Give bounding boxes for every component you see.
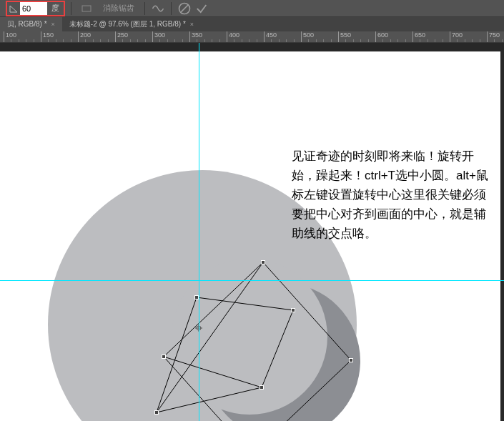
warp-mode-icon[interactable] xyxy=(151,1,165,16)
angle-icon xyxy=(9,4,19,14)
antialias-checkbox[interactable]: 消除锯齿 xyxy=(99,1,139,16)
close-icon[interactable]: × xyxy=(51,21,55,28)
transform-handle[interactable] xyxy=(291,308,295,312)
option-bar: 度 消除锯齿 xyxy=(0,0,504,17)
tab-label: 未标题-2 @ 97.6% (图层 1, RGB/8) * xyxy=(69,19,186,29)
divider xyxy=(144,2,145,15)
canvas[interactable]: 见证奇迹的时刻即将来临！旋转开始，躁起来！ctrl+T选中小圆。alt+鼠标左键… xyxy=(0,51,500,421)
instruction-text: 见证奇迹的时刻即将来临！旋转开始，躁起来！ctrl+T选中小圆。alt+鼠标左键… xyxy=(292,147,492,243)
crescent-cutout xyxy=(172,259,327,415)
horizontal-guide[interactable] xyxy=(0,280,504,281)
document-tab[interactable]: 未标题-2 @ 97.6% (图层 1, RGB/8) * × xyxy=(62,17,201,31)
document-tab[interactable]: 贝, RGB/8) * × xyxy=(0,17,62,31)
transform-handle[interactable] xyxy=(154,410,159,415)
divider xyxy=(171,2,172,15)
svg-rect-0 xyxy=(82,6,91,11)
svg-line-2 xyxy=(181,5,188,12)
angle-input[interactable] xyxy=(20,2,47,15)
commit-transform-icon[interactable] xyxy=(194,1,209,16)
angle-unit-label: 度 xyxy=(49,3,62,14)
interpolation-dropdown[interactable] xyxy=(77,1,96,16)
divider xyxy=(71,2,71,15)
close-icon[interactable]: × xyxy=(190,21,194,28)
transform-handle[interactable] xyxy=(260,385,264,390)
document-tab-bar: 贝, RGB/8) * × 未标题-2 @ 97.6% (图层 1, RGB/8… xyxy=(0,17,504,31)
canvas-container: 见证奇迹的时刻即将来临！旋转开始，躁起来！ctrl+T选中小圆。alt+鼠标左键… xyxy=(0,43,504,421)
vertical-guide[interactable] xyxy=(199,43,199,421)
transform-handle[interactable] xyxy=(261,260,265,264)
tab-label: 贝, RGB/8) * xyxy=(7,19,47,29)
horizontal-ruler[interactable]: 1001502002503003504004505005506006507007… xyxy=(0,31,504,43)
transform-handle[interactable] xyxy=(162,355,166,359)
angle-control: 度 xyxy=(6,1,65,16)
transform-handle[interactable] xyxy=(349,358,353,362)
cancel-transform-icon[interactable] xyxy=(177,1,192,16)
